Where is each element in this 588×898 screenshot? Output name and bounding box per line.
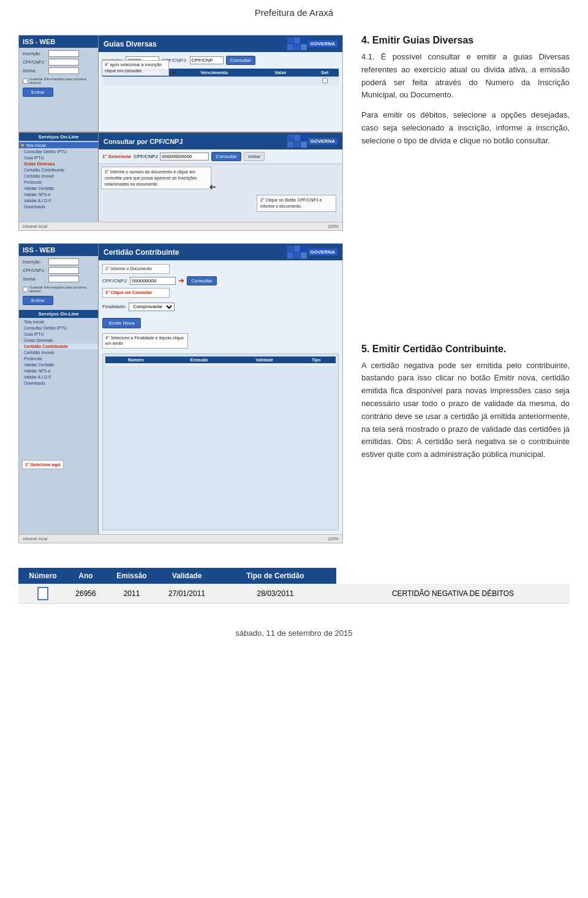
ss2-menu-certidao-imovel[interactable]: Certidão Imovel [19,350,98,355]
ss2-cpf-label: CPF/CNPJ: [102,278,127,284]
ss2-annotation1: 2° Informe o Documento [102,264,170,274]
ss2-annotation2: 3° Clique em Consultar [102,288,170,298]
ss2-menu-guia-iptu[interactable]: Guia IPTU [19,331,98,337]
ss2-guardar-label: Guardar Informações para próximo acesso [29,285,94,293]
ss2-menu-downloads[interactable]: Downloads [19,380,98,386]
ss2-guardar-checkbox[interactable] [23,287,28,292]
ss1b-voltar-btn[interactable]: Voltar [244,152,265,161]
ss1-guardar-label: Guardar Informações para próximo acesso [29,77,94,85]
ss1-consultar-btn[interactable]: Consultar [226,56,255,65]
ss1-cpf-label: CPF/CNPJ: [23,60,47,64]
ss2-menu-protocolo[interactable]: Protocolo [19,356,98,361]
ss1-arrow1: ➜ [169,67,176,77]
ss1b-menu-validar[interactable]: Validar Certidão [19,186,98,191]
ss1b-menu-certidao-imovel[interactable]: Certidão Imovel [19,173,98,179]
ss2-governa: GOVERNA [308,249,337,255]
ss2-finalidade-select[interactable]: Comprovante [129,303,175,311]
section-4-para1: Para emitir os débitos, selecione a opçõ… [361,109,570,147]
ss1-table-row [102,77,137,86]
ss2-app-name: ISS - WEB [19,244,98,256]
ss2-consultar-btn[interactable]: Consultar [187,276,216,285]
ss1b-menu-guia-iptu[interactable]: Guia IPTU [19,155,98,160]
ss2-cpf-label2: CPF/CNPJ: [23,268,47,273]
ss2-menu-debito[interactable]: Consultar Debito IPTU [19,325,98,331]
ss2-inscricao-label: Inscrição: [23,260,47,264]
header-title: Prefeitura de Araxá [255,7,333,18]
ss2-entrar-btn[interactable]: Entrar [23,296,53,305]
left-column: ISS - WEB Inscrição: CPF/CNPJ: [18,35,343,543]
page-header: Prefeitura de Araxá [0,0,588,23]
ss1b-sidebar-title: Serviços On-Line [19,133,98,141]
ss1-cpfcnpj-input[interactable]: CPF/CNP [190,56,224,64]
ss2-page-title: Certidão Contribuinte [104,248,179,257]
section-5-title: 5. Emitir Certidão Contribuinte. [361,344,570,355]
screenshot-guias-diversas: ISS - WEB Inscrição: CPF/CNPJ: [18,35,343,231]
right-column: 4. Emitir Guias Diversas 4.1. É possível… [361,35,570,543]
ss1b-governa: GOVERNA [308,138,337,145]
page-footer: sábado, 11 de setembro de 2015 [0,610,588,644]
ss1b-menu-certidao[interactable]: Certidão Contribuinte [19,167,98,173]
ss1b-cpf-label: CPF/CNPJ [134,154,157,159]
section-4: 4. Emitir Guias Diversas 4.1. É possível… [361,35,570,148]
ss1b-menu-tela[interactable]: Tela Inicial [26,143,46,148]
ss1-annotation1: 4° após selecionar a inscrição clique em… [102,60,169,76]
ss2-annotation4: 1° Selecione aqui [22,460,64,469]
ss1b-arrow: ➜ [209,183,216,192]
ss2-menu-nfse[interactable]: Validar NFS-e [19,368,98,374]
ss1-entrar-btn[interactable]: Entrar [23,88,53,97]
ss1b-page-title: Consultar por CPF/CNPJ [104,138,183,145]
ss1b-menu-protocolo[interactable]: Protocolo [19,179,98,185]
ss2-finalidade-label: Finalidade: [102,304,126,309]
footer-date: sábado, 11 de setembro de 2015 [236,628,353,638]
ss1-annotation2: 2° Clique no Botão CPF/CNPJ e informe o … [257,195,336,212]
screenshot-certidao: ISS - WEB Inscrição: CPF/CNPJ: [18,243,343,543]
ss2-zoom: 100% [328,537,339,541]
ss1-governa: GOVERNA [308,40,337,47]
ss1-table-checkbox[interactable] [322,78,328,83]
table-header-row: NúmeroAnoEmissãoValidadeTipo de Certidão [18,568,570,584]
ss1-zoom: 100% [328,224,339,228]
ss2-table-row [105,363,167,366]
certidao-table: NúmeroAnoEmissãoValidadeTipo de Certidão… [18,568,570,604]
ss1-app-name: ISS - WEB [19,36,98,48]
ss2-menu-certidao[interactable]: Certidão Contribuinte [19,344,98,349]
ss1b-cpf-input[interactable]: 00000000000 [160,153,209,160]
ss2-arrow3: ➜ [178,276,184,285]
ss2-menu-aidf[interactable]: Validar A.I.D.F. [19,374,98,380]
section-4-1-text: 4.1. É possível consultar e emitir a gui… [361,51,570,102]
ss2-statusbar: Intranet local [23,537,47,541]
ss2-sidebar-title: Serviços On-Line [19,310,98,318]
table-data-row: 26956201127/01/201128/03/2011CERTIDÃO NE… [18,584,570,604]
section-4-title: 4. Emitir Guias Diversas [361,35,570,46]
bottom-table-section: NúmeroAnoEmissãoValidadeTipo de Certidão… [0,556,588,610]
ss1b-consultar-btn[interactable]: Consultar [211,152,241,161]
ss1b-menu-aidf[interactable]: Validar A.I.D.F. [19,198,98,203]
ss1b-menu-guias-div[interactable]: Guias Diversas [19,161,98,167]
ss2-menu-tela[interactable]: Tela Inicial [19,319,98,325]
ss1-inscricao-label: Inscrição: [23,51,47,56]
section-5: 5. Emitir Certidão Contribuinte. A certi… [361,344,570,461]
ss2-menu-guias-div[interactable]: Guias Diversas [19,338,98,343]
ss2-senha-label: Senha: [23,277,47,281]
main-content: ISS - WEB Inscrição: CPF/CNPJ: [0,23,588,556]
section-5-para1: A certidão negativa pode ser emitida pel… [361,360,570,461]
ss1b-menu-debito[interactable]: Consultar Debito IPTU [19,149,98,154]
ss2-emitir-nova-btn[interactable]: Emitir Nova [102,318,141,328]
ss1b-menu-downloads[interactable]: Downloads [19,204,98,209]
ss2-annotation3: 4° Selecione a Finalidade e depois cliqu… [102,333,188,349]
ss1b-menu-nfse[interactable]: Validar NFS-e [19,192,98,197]
ss2-menu-validar[interactable]: Validar Certidão [19,362,98,368]
ss1-page-title: Guias Diversas [104,40,157,48]
ss1b-annotation3: 3° Informe o numero do documento e cliqu… [101,167,211,189]
ss1b-selection-label: 1° Selecione [102,154,131,159]
ss2-cpf-input[interactable]: 000000000 [130,277,176,285]
ss1-statusbar: Intranet local [23,224,47,228]
ss1-guardar-checkbox[interactable] [23,78,28,84]
ss1-senha-label: Senha: [23,69,47,73]
